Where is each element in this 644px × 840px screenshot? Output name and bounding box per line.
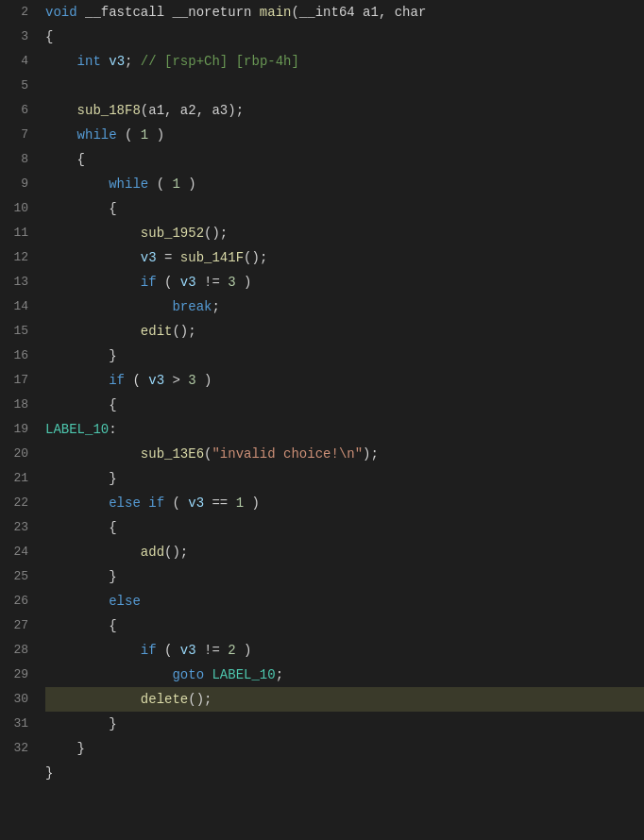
ln-2: 2 xyxy=(4,0,28,25)
code-line-9: { xyxy=(45,196,644,221)
code-editor: 2 3 4 5 6 7 8 9 10 11 12 13 14 15 16 17 … xyxy=(0,0,644,840)
ln-15: 15 xyxy=(4,319,28,344)
code-line-10: sub_1952(); xyxy=(45,221,644,245)
ln-19: 19 xyxy=(4,417,28,442)
code-line-32: } xyxy=(45,761,644,785)
code-line-20: } xyxy=(45,466,644,491)
code-line-17: { xyxy=(45,393,644,417)
ln-17: 17 xyxy=(4,368,28,393)
code-line-24: } xyxy=(45,564,644,589)
code-line-25: else xyxy=(45,589,644,613)
ln-21: 21 xyxy=(4,466,28,491)
code-line-31: } xyxy=(45,736,644,761)
ln-23: 23 xyxy=(4,515,28,540)
ln-29: 29 xyxy=(4,663,28,687)
code-line-5: sub_18F8(a1, a2, a3); xyxy=(45,98,644,123)
code-line-4 xyxy=(45,74,644,98)
ln-14: 14 xyxy=(4,294,28,319)
ln-6: 6 xyxy=(4,98,28,123)
code-line-7: { xyxy=(45,147,644,172)
code-line-28: goto LABEL_10; xyxy=(45,663,644,687)
ln-28: 28 xyxy=(4,638,28,663)
ln-9: 9 xyxy=(4,172,28,196)
ln-13: 13 xyxy=(4,270,28,294)
code-line-26: { xyxy=(45,613,644,638)
code-line-30: } xyxy=(45,712,644,736)
code-line-6: while ( 1 ) xyxy=(45,123,644,147)
code-lines: void __fastcall __noreturn main(__int64 … xyxy=(36,0,644,840)
ln-18: 18 xyxy=(4,393,28,417)
code-line-29: delete(); xyxy=(45,687,644,712)
ln-27: 27 xyxy=(4,613,28,638)
code-line-13: break; xyxy=(45,294,644,319)
code-line-18: LABEL_10: xyxy=(45,417,644,442)
ln-12: 12 xyxy=(4,245,28,270)
ln-8: 8 xyxy=(4,147,28,172)
ln-26: 26 xyxy=(4,589,28,613)
code-line-27: if ( v3 != 2 ) xyxy=(45,638,644,663)
ln-20: 20 xyxy=(4,442,28,466)
code-line-11: v3 = sub_141F(); xyxy=(45,245,644,270)
code-line-23: add(); xyxy=(45,540,644,564)
ln-5: 5 xyxy=(4,74,28,98)
ln-10: 10 xyxy=(4,196,28,221)
ln-4: 4 xyxy=(4,49,28,74)
code-line-3: int v3; // [rsp+Ch] [rbp-4h] xyxy=(45,49,644,74)
code-line-12: if ( v3 != 3 ) xyxy=(45,270,644,294)
ln-24: 24 xyxy=(4,540,28,564)
ln-32: 32 xyxy=(4,736,28,761)
ln-11: 11 xyxy=(4,221,28,245)
code-line-14: edit(); xyxy=(45,319,644,344)
ln-31: 31 xyxy=(4,712,28,736)
ln-16: 16 xyxy=(4,344,28,368)
ln-3: 3 xyxy=(4,25,28,49)
ln-30: 30 xyxy=(4,687,28,712)
code-line-16: if ( v3 > 3 ) xyxy=(45,368,644,393)
code-line-22: { xyxy=(45,515,644,540)
ln-7: 7 xyxy=(4,123,28,147)
code-line-21: else if ( v3 == 1 ) xyxy=(45,491,644,515)
ln-22: 22 xyxy=(4,491,28,515)
code-line-19: sub_13E6("invalid choice!\n"); xyxy=(45,442,644,466)
code-line-2: { xyxy=(45,25,644,49)
code-line-1: void __fastcall __noreturn main(__int64 … xyxy=(45,0,644,25)
code-line-15: } xyxy=(45,344,644,368)
line-numbers: 2 3 4 5 6 7 8 9 10 11 12 13 14 15 16 17 … xyxy=(0,0,36,840)
ln-25: 25 xyxy=(4,564,28,589)
code-line-8: while ( 1 ) xyxy=(45,172,644,196)
